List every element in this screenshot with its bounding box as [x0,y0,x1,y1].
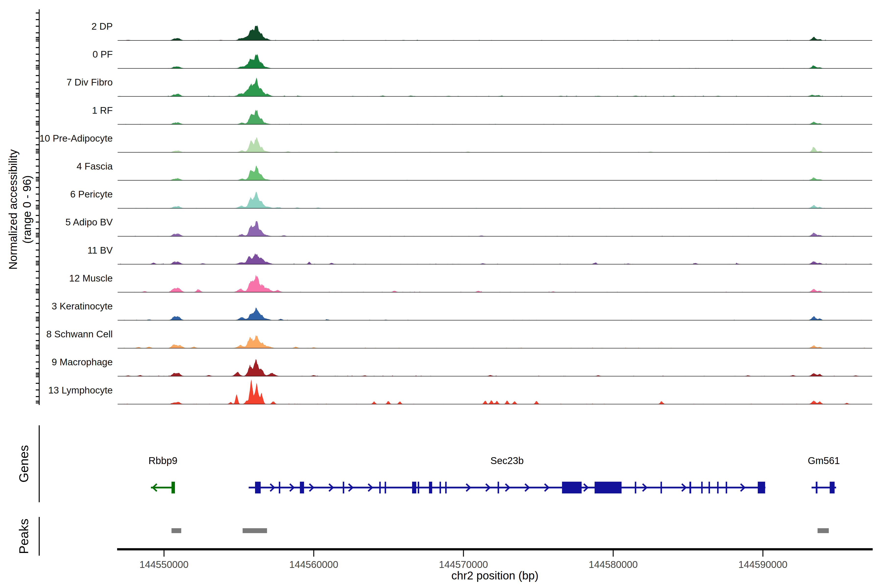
gene-exon-sec23b [562,482,582,494]
gene-exon-sec23b [660,482,662,494]
x-axis-tick-label: 144570000 [439,559,488,570]
signal-area-5-adipo-bv [118,221,872,236]
gene-exon-sec23b [300,482,304,494]
signal-area-13-lymphocyte [118,379,872,404]
track-label-9-macrophage: 9 Macrophage [0,357,113,367]
genes-track-label: Genes [16,445,31,482]
gene-exon-sec23b [343,482,344,494]
signal-area-0-pf [118,54,872,69]
signal-area-7-div-fibro [118,77,872,96]
peak-interval [818,528,829,533]
x-axis-tick-label: 144550000 [140,559,188,570]
gene-exon-sec23b [708,482,710,494]
x-axis-tick-label: 144560000 [289,559,338,570]
signal-area-9-macrophage [118,359,872,376]
peak-interval [171,528,181,533]
gene-exon-gm561 [830,482,835,494]
track-label-11-bv: 11 BV [0,246,113,255]
gene-label-sec23b: Sec23b [490,455,524,466]
tracks-plot-svg [0,0,882,588]
signal-area-3-keratinocyte [118,308,872,320]
genome-browser-figure: Normalized accessibility (range 0 - 96) … [0,0,882,588]
signal-area-8-schwann-cell [118,335,872,348]
track-label-3-keratinocyte: 3 Keratinocyte [0,302,113,311]
track-label-2-dp: 2 DP [0,21,113,32]
signal-area-2-dp [118,25,872,40]
track-label-1-rf: 1 RF [0,106,113,116]
peaks-track-label: Peaks [16,519,31,554]
gene-exon-gm561 [816,482,818,494]
track-label-12-muscle: 12 Muscle [0,273,113,283]
gene-exon-sec23b [279,482,280,494]
gene-exon-sec23b [717,482,718,494]
track-label-6-pericyte: 6 Pericyte [0,189,113,199]
track-label-10-pre-adipocyte: 10 Pre-Adipocyte [0,134,113,143]
gene-exon-sec23b [440,482,441,494]
gene-exon-sec23b [726,482,727,494]
signal-area-11-bv [118,254,872,264]
gene-exon-sec23b [418,482,419,494]
gene-label-gm561: Gm561 [808,455,840,466]
gene-exon-sec23b [379,482,381,494]
gene-exon-sec23b [689,482,691,494]
gene-exon-sec23b [635,482,636,494]
track-label-13-lymphocyte: 13 Lymphocyte [0,386,113,395]
track-label-0-pf: 0 PF [0,50,113,59]
gene-exon-rbbp9 [171,482,175,494]
x-axis-tick-label: 144590000 [738,559,788,570]
gene-exon-sec23b [758,482,765,494]
signal-area-1-rf [118,110,872,124]
track-label-7-div-fibro: 7 Div Fibro [0,77,113,87]
x-axis-tick-label: 144580000 [589,559,638,570]
gene-exon-sec23b [445,482,447,494]
x-axis-title: chr2 position (bp) [451,569,538,582]
signal-area-10-pre-adipocyte [118,137,872,152]
track-label-5-adipo-bv: 5 Adipo BV [0,218,113,227]
gene-exon-sec23b [412,482,416,494]
signal-area-4-fascia [118,166,872,180]
track-label-8-schwann-cell: 8 Schwann Cell [0,329,113,339]
gene-label-rbbp9: Rbbp9 [148,455,177,466]
signal-area-12-muscle [118,275,872,292]
gene-exon-sec23b [701,482,703,494]
track-label-4-fascia: 4 Fascia [0,162,113,171]
gene-exon-sec23b [255,482,261,494]
signal-area-6-pericyte [118,192,872,208]
gene-exon-sec23b [498,482,499,494]
gene-exon-sec23b [385,482,386,494]
gene-exon-sec23b [595,482,622,494]
peak-interval [243,528,267,533]
gene-exon-sec23b [429,482,432,494]
